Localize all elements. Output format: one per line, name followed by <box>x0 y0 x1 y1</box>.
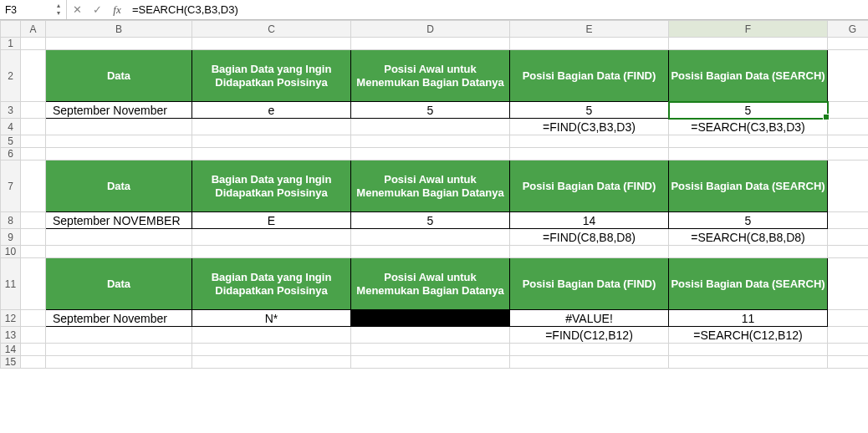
cell-E12[interactable]: #VALUE! <box>510 310 669 327</box>
cell[interactable] <box>21 102 46 119</box>
col-header-A[interactable]: A <box>21 21 46 38</box>
table-header[interactable]: Posisi Bagian Data (SEARCH) <box>669 50 828 102</box>
cell[interactable] <box>21 50 46 102</box>
cell[interactable] <box>351 148 510 160</box>
cell[interactable] <box>46 38 192 50</box>
cell[interactable] <box>510 356 669 369</box>
cell[interactable] <box>828 258 869 310</box>
row-header-4[interactable]: 4 <box>1 119 21 135</box>
cell[interactable] <box>510 135 669 148</box>
table-header[interactable]: Posisi Bagian Data (SEARCH) <box>669 258 828 310</box>
row-header-13[interactable]: 13 <box>1 327 21 344</box>
row-header-14[interactable]: 14 <box>1 344 21 356</box>
cell-D12[interactable] <box>351 310 510 327</box>
row-header-11[interactable]: 11 <box>1 258 21 310</box>
table-header[interactable]: Posisi Awal untuk Menemukan Bagian Datan… <box>351 160 510 212</box>
cell[interactable] <box>21 310 46 327</box>
col-header-G[interactable]: G <box>828 21 869 38</box>
cell[interactable] <box>510 38 669 50</box>
cell-E13[interactable]: =FIND(C12,B12) <box>510 327 669 344</box>
table-header[interactable]: Data <box>46 160 192 212</box>
cell[interactable] <box>46 119 192 135</box>
cell[interactable] <box>21 246 46 258</box>
name-box-stepper[interactable]: ▴ ▾ <box>53 3 64 18</box>
col-header-B[interactable]: B <box>46 21 192 38</box>
table-header[interactable]: Bagian Data yang Ingin Didapatkan Posisi… <box>192 50 351 102</box>
cell[interactable] <box>192 229 351 246</box>
row-header-6[interactable]: 6 <box>1 148 21 160</box>
row-header-12[interactable]: 12 <box>1 310 21 327</box>
table-header[interactable]: Data <box>46 50 192 102</box>
cell[interactable] <box>192 38 351 50</box>
cell[interactable] <box>669 135 828 148</box>
cell[interactable] <box>828 356 869 369</box>
cell[interactable] <box>828 310 869 327</box>
row-header-7[interactable]: 7 <box>1 160 21 212</box>
cell[interactable] <box>46 135 192 148</box>
cell[interactable] <box>828 344 869 356</box>
row-header-3[interactable]: 3 <box>1 102 21 119</box>
cell-C3[interactable]: e <box>192 102 351 119</box>
cell[interactable] <box>21 148 46 160</box>
cell[interactable] <box>828 135 869 148</box>
cell-C12[interactable]: N* <box>192 310 351 327</box>
cell[interactable] <box>21 344 46 356</box>
cell[interactable] <box>351 135 510 148</box>
cell[interactable] <box>351 344 510 356</box>
table-header[interactable]: Posisi Bagian Data (FIND) <box>510 50 669 102</box>
cancel-formula-button[interactable]: ✕ <box>67 0 87 19</box>
cell[interactable] <box>192 148 351 160</box>
cell-C8[interactable]: E <box>192 212 351 229</box>
cell-F13[interactable]: =SEARCH(C12,B12) <box>669 327 828 344</box>
cell[interactable] <box>828 102 869 119</box>
cell[interactable] <box>21 38 46 50</box>
cell-B3[interactable]: September November <box>46 102 192 119</box>
cell[interactable] <box>828 246 869 258</box>
cell[interactable] <box>510 344 669 356</box>
table-header[interactable]: Bagian Data yang Ingin Didapatkan Posisi… <box>192 160 351 212</box>
cell-B8[interactable]: September NOVEMBER <box>46 212 192 229</box>
col-header-F[interactable]: F <box>669 21 828 38</box>
cell[interactable] <box>828 50 869 102</box>
col-header-C[interactable]: C <box>192 21 351 38</box>
cell-E9[interactable]: =FIND(C8,B8,D8) <box>510 229 669 246</box>
cell-D3[interactable]: 5 <box>351 102 510 119</box>
cell[interactable] <box>510 246 669 258</box>
cell[interactable] <box>828 38 869 50</box>
row-header-5[interactable]: 5 <box>1 135 21 148</box>
cell-F12[interactable]: 11 <box>669 310 828 327</box>
cell[interactable] <box>192 246 351 258</box>
cell[interactable] <box>828 212 869 229</box>
cell-E3[interactable]: 5 <box>510 102 669 119</box>
table-header[interactable]: Data <box>46 258 192 310</box>
cell[interactable] <box>21 327 46 344</box>
cell-E8[interactable]: 14 <box>510 212 669 229</box>
cell[interactable] <box>828 229 869 246</box>
cell[interactable] <box>21 356 46 369</box>
row-header-15[interactable]: 15 <box>1 356 21 369</box>
cell[interactable] <box>351 119 510 135</box>
spreadsheet-grid[interactable]: A B C D E F G 1 2 Data Bagian Data yang … <box>0 20 868 369</box>
cell[interactable] <box>351 38 510 50</box>
cell[interactable] <box>828 160 869 212</box>
table-header[interactable]: Posisi Bagian Data (FIND) <box>510 258 669 310</box>
cell[interactable] <box>21 119 46 135</box>
col-header-D[interactable]: D <box>351 21 510 38</box>
cell[interactable] <box>46 356 192 369</box>
cell[interactable] <box>351 246 510 258</box>
cell[interactable] <box>192 344 351 356</box>
table-header[interactable]: Posisi Awal untuk Menemukan Bagian Datan… <box>351 258 510 310</box>
cell[interactable] <box>351 327 510 344</box>
name-box[interactable]: F3 ▴ ▾ <box>0 0 67 19</box>
cell[interactable] <box>192 135 351 148</box>
cell[interactable] <box>669 148 828 160</box>
cell-E4[interactable]: =FIND(C3,B3,D3) <box>510 119 669 135</box>
cell-D8[interactable]: 5 <box>351 212 510 229</box>
accept-formula-button[interactable]: ✓ <box>87 0 107 19</box>
insert-function-button[interactable]: fx <box>107 0 127 19</box>
formula-input[interactable]: =SEARCH(C3,B3,D3) <box>127 0 868 19</box>
cell[interactable] <box>192 356 351 369</box>
cell[interactable] <box>828 119 869 135</box>
cell[interactable] <box>21 212 46 229</box>
cell[interactable] <box>46 246 192 258</box>
